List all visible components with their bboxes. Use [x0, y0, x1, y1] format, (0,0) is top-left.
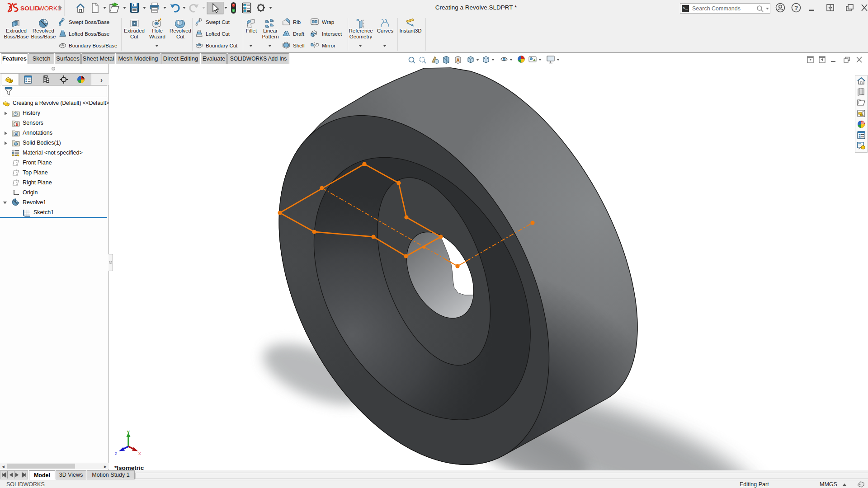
svg-text:SOLID: SOLID [20, 5, 39, 12]
svg-text:A: A [457, 58, 460, 63]
svg-text:Y: Y [127, 430, 130, 435]
svg-text:WORKS: WORKS [38, 5, 61, 12]
svg-text:A: A [14, 132, 17, 136]
svg-text:*Isometric: *Isometric [114, 465, 144, 470]
svg-text:x: x [138, 451, 141, 456]
svg-text:?: ? [794, 5, 798, 11]
svg-text:z: z [115, 451, 117, 456]
